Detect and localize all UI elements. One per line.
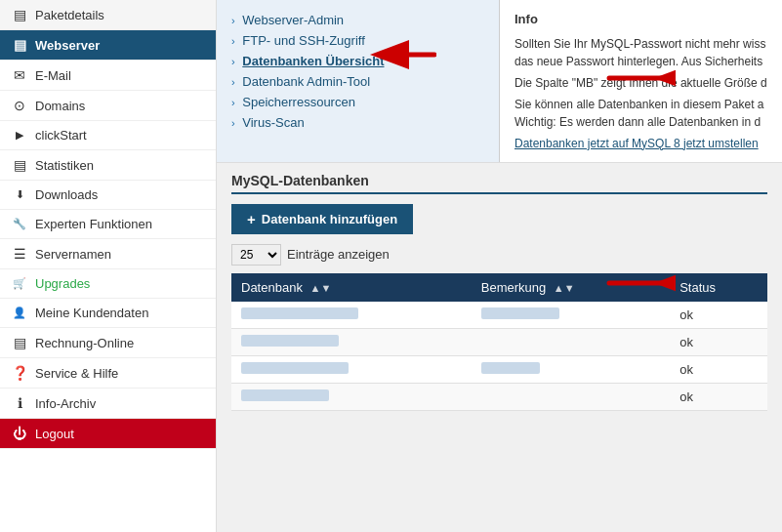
sidebar-label-service: Service & Hilfe	[35, 366, 118, 381]
link-webserver-admin[interactable]: Webserver-Admin	[242, 13, 344, 27]
info-panel: Info Sollten Sie Ihr MySQL-Passwort nich…	[500, 0, 782, 162]
arrow-icon-5: ›	[231, 117, 235, 129]
arrow-icon-2: ›	[231, 56, 235, 67]
sidebar-item-servernamen[interactable]: ☰ Servernamen	[0, 239, 216, 269]
add-database-label: Datenbank hinzufügen	[262, 212, 397, 226]
mysql-section: MySQL-Datenbanken + Datenbank hinzufügen…	[217, 163, 782, 421]
sort-icon-datenbank: ▲▼	[310, 282, 332, 294]
table-row: ok	[231, 302, 767, 329]
experten-icon: 🔧	[12, 218, 27, 230]
cell-bemerkung-1	[472, 302, 670, 329]
sidebar-item-rechnung[interactable]: ▤ Rechnung-Online	[0, 328, 216, 358]
cell-bemerkung-2	[472, 328, 670, 355]
sidebar-item-upgrades[interactable]: 🛒 Upgrades	[0, 269, 216, 299]
sidebar-label-paketdetails: Paketdetails	[35, 8, 104, 22]
link-item-webserver-admin[interactable]: › Webserver-Admin	[231, 10, 484, 30]
sidebar-label-logout: Logout	[35, 427, 74, 441]
link-ftp-ssh[interactable]: FTP- und SSH-Zugriff	[242, 33, 364, 48]
plus-icon: +	[247, 211, 256, 227]
cell-datenbank-3	[231, 355, 472, 383]
domains-icon: ⊙	[12, 98, 27, 113]
sidebar-item-experten[interactable]: 🔧 Experten Funktionen	[0, 210, 216, 239]
sidebar-label-email: E-Mail	[35, 68, 71, 83]
sidebar-label-domains: Domains	[35, 99, 85, 113]
sidebar-item-downloads[interactable]: ⬇ Downloads	[0, 181, 216, 210]
sidebar-item-paketdetails[interactable]: ▤ Paketdetails	[0, 0, 216, 30]
sidebar-item-domains[interactable]: ⊙ Domains	[0, 91, 216, 121]
statistiken-icon: ▤	[12, 157, 27, 173]
link-datenbanken-übersicht[interactable]: Datenbanken Übersicht	[242, 54, 384, 68]
entries-select[interactable]: 25 50 100	[231, 244, 281, 266]
cell-status-2: ok	[670, 328, 767, 355]
table-header: Datenbank ▲▼ Bemerkung ▲▼ Status	[231, 273, 767, 302]
cell-status-3: ok	[670, 355, 767, 383]
info-title: Info	[514, 10, 767, 29]
add-database-button[interactable]: + Datenbank hinzufügen	[231, 204, 413, 234]
email-icon: ✉	[12, 67, 27, 83]
link-speicherressourcen[interactable]: Speicherressourcen	[242, 95, 355, 109]
table-row: ok	[231, 355, 767, 383]
sidebar-label-info-archiv: Info-Archiv	[35, 396, 96, 411]
service-icon: ❓	[12, 365, 27, 381]
col-bemerkung[interactable]: Bemerkung ▲▼	[472, 273, 670, 302]
upgrades-icon: 🛒	[12, 277, 27, 290]
cell-datenbank-4	[231, 383, 472, 410]
sidebar-item-statistiken[interactable]: ▤ Statistiken	[0, 150, 216, 181]
sidebar-label-kundendaten: Meine Kundendaten	[35, 306, 148, 320]
link-item-ftp-ssh[interactable]: › FTP- und SSH-Zugriff	[231, 30, 484, 51]
clickstart-icon: ▶	[12, 129, 27, 142]
sidebar-label-statistiken: Statistiken	[35, 158, 94, 173]
paketdetails-icon: ▤	[12, 7, 27, 22]
blurred-db-1	[241, 307, 358, 319]
info-text-2: Die Spalte "MB" zeigt Ihnen die aktuelle…	[514, 74, 767, 92]
arrow-icon-4: ›	[231, 97, 235, 108]
logout-icon: ⏻	[12, 426, 27, 441]
sidebar-item-webserver[interactable]: ▤ Webserver	[0, 30, 216, 61]
entries-label: Einträge anzeigen	[287, 247, 390, 262]
col-status-label: Status	[679, 280, 716, 295]
col-datenbank[interactable]: Datenbank ▲▼	[231, 273, 472, 302]
arrow-icon-1: ›	[231, 35, 235, 47]
sidebar-item-email[interactable]: ✉ E-Mail	[0, 61, 216, 91]
blurred-db-3	[241, 362, 349, 374]
top-panel: › Webserver-Admin › FTP- und SSH-Zugriff…	[217, 0, 782, 163]
sort-icon-bemerkung: ▲▼	[554, 282, 575, 294]
link-virus-scan[interactable]: Virus-Scan	[242, 115, 304, 130]
sidebar-label-experten: Experten Funktionen	[35, 217, 152, 231]
sidebar-label-rechnung: Rechnung-Online	[35, 336, 134, 350]
mysql-title: MySQL-Datenbanken	[231, 173, 767, 194]
webserver-links-list: › Webserver-Admin › FTP- und SSH-Zugriff…	[231, 10, 484, 133]
cell-status-4: ok	[670, 383, 767, 410]
info-link[interactable]: Datenbanken jetzt auf MySQL 8 jetzt umst…	[514, 137, 759, 150]
col-status: Status	[670, 273, 767, 302]
sidebar-item-info-archiv[interactable]: ℹ Info-Archiv	[0, 389, 216, 419]
database-table: Datenbank ▲▼ Bemerkung ▲▼ Status	[231, 273, 767, 411]
link-datenbank-admin-tool[interactable]: Datenbank Admin-Tool	[242, 74, 370, 89]
link-item-virus[interactable]: › Virus-Scan	[231, 112, 484, 133]
info-archiv-icon: ℹ	[12, 395, 27, 411]
link-item-speicher[interactable]: › Speicherressourcen	[231, 92, 484, 112]
sidebar-item-logout[interactable]: ⏻ Logout	[0, 419, 216, 449]
cell-datenbank-1	[231, 302, 472, 329]
arrow-icon-3: ›	[231, 76, 235, 88]
col-datenbank-label: Datenbank	[241, 280, 303, 295]
table-body: ok ok ok	[231, 302, 767, 411]
table-row: ok	[231, 383, 767, 410]
blurred-db-2	[241, 335, 339, 347]
main-content: › Webserver-Admin › FTP- und SSH-Zugriff…	[217, 0, 782, 421]
sidebar-item-service[interactable]: ❓ Service & Hilfe	[0, 358, 216, 389]
sidebar-label-upgrades: Upgrades	[35, 276, 90, 291]
sidebar-item-clickstart[interactable]: ▶ clickStart	[0, 121, 216, 150]
table-header-row: Datenbank ▲▼ Bemerkung ▲▼ Status	[231, 273, 767, 302]
cell-status-1: ok	[670, 302, 767, 329]
col-bemerkung-label: Bemerkung	[481, 280, 546, 295]
cell-bemerkung-3	[472, 355, 670, 383]
kundendaten-icon: 👤	[12, 307, 27, 319]
sidebar-item-kundendaten[interactable]: 👤 Meine Kundendaten	[0, 299, 216, 328]
link-item-admin-tool[interactable]: › Datenbank Admin-Tool	[231, 71, 484, 92]
cell-bemerkung-4	[472, 383, 670, 410]
blurred-bm-3	[481, 362, 540, 374]
blurred-bm-1	[481, 307, 559, 319]
info-text-3: Sie können alle Datenbanken in diesem Pa…	[514, 96, 767, 131]
link-item-datenbanken[interactable]: › Datenbanken Übersicht	[231, 51, 484, 71]
